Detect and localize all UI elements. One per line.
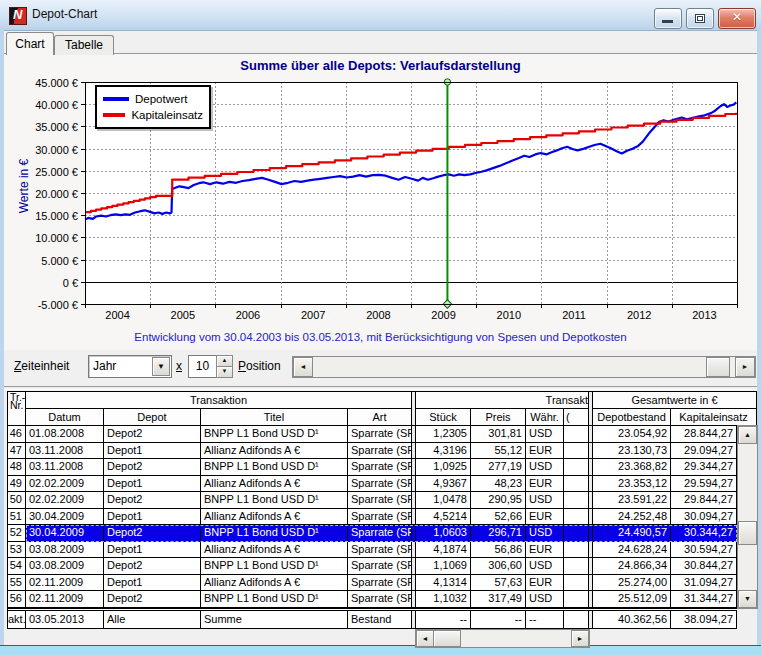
position-scrollbar-thumb[interactable] bbox=[706, 357, 730, 377]
scroll-right-icon[interactable]: ► bbox=[735, 357, 755, 377]
x-tick-label: 2008 bbox=[366, 309, 390, 321]
summary-row[interactable]: akt.03.05.2013AlleSummeBestand------40.3… bbox=[8, 608, 737, 629]
cell-art: Sparrate (SP) bbox=[348, 459, 412, 476]
scroll-up-icon[interactable]: ▲ bbox=[738, 426, 757, 444]
table-row[interactable]: 5502.11.2009Depot1Allianz Adifonds A €Sp… bbox=[8, 575, 737, 592]
cell-depot: Depot1 bbox=[104, 443, 201, 460]
minimize-icon bbox=[662, 20, 673, 23]
cell-depot: Depot1 bbox=[104, 476, 201, 493]
cell-extra bbox=[564, 575, 589, 592]
cell-nr: 52 bbox=[8, 525, 26, 542]
table-row[interactable]: 5602.11.2009Depot2BNPP L1 Bond USD D¹Spa… bbox=[8, 591, 737, 608]
position-scrollbar[interactable]: ◄ ► bbox=[292, 356, 756, 378]
table-row[interactable]: 5303.08.2009Depot1Allianz Adifonds A €Sp… bbox=[8, 542, 737, 559]
title-bar[interactable]: N Depot-Chart ✕ bbox=[0, 0, 761, 31]
cell-waehr: EUR bbox=[526, 476, 564, 493]
multiplier-input[interactable]: 10 bbox=[188, 355, 217, 378]
cell-art: Sparrate (SP) bbox=[348, 525, 412, 542]
cell-depot: Depot2 bbox=[104, 558, 201, 575]
table-row[interactable]: 5403.08.2009Depot2BNPP L1 Bond USD D¹Spa… bbox=[8, 558, 737, 575]
cell-preis: 56,86 bbox=[471, 542, 526, 559]
legend-label: Depotwert bbox=[135, 93, 187, 105]
table-row[interactable]: 5230.04.2009Depot2BNPP L1 Bond USD D¹Spa… bbox=[8, 525, 737, 542]
cell-kapitaleinsatz: 31.344,27 bbox=[671, 591, 737, 608]
cell-titel: Allianz Adifonds A € bbox=[201, 542, 348, 559]
cell-datum: 30.04.2009 bbox=[26, 509, 104, 526]
table-vertical-scrollbar[interactable]: ▲ ▼ bbox=[737, 425, 758, 609]
column-header-art: Art bbox=[348, 409, 412, 426]
table-body: 4601.08.2008Depot2BNPP L1 Bond USD D¹Spa… bbox=[7, 426, 737, 629]
cell-waehr: USD bbox=[526, 459, 564, 476]
minimize-button[interactable] bbox=[654, 8, 682, 29]
close-button[interactable]: ✕ bbox=[718, 8, 756, 29]
chart-panel: Summe über alle Depots: Verlaufsdarstell… bbox=[4, 54, 757, 350]
cell-nr: 50 bbox=[8, 492, 26, 509]
scroll-down-icon[interactable]: ▼ bbox=[738, 590, 757, 608]
y-tick-label: 30.000 € bbox=[35, 144, 78, 156]
cell-waehr: EUR bbox=[526, 443, 564, 460]
table-row[interactable]: 4902.02.2009Depot1Allianz Adifonds A €Sp… bbox=[8, 476, 737, 493]
cell-stueck: 1,2305 bbox=[416, 426, 471, 443]
zeiteinheit-label: Zeiteinheit bbox=[14, 359, 69, 373]
cell-kapitaleinsatz: 28.844,27 bbox=[671, 426, 737, 443]
y-tick-label: 0 € bbox=[63, 277, 78, 289]
scroll-left-icon[interactable]: ◄ bbox=[416, 630, 434, 647]
cell-depotbestand: 23.368,82 bbox=[593, 459, 671, 476]
spinner-down-icon[interactable]: ▼ bbox=[216, 366, 233, 378]
cell-depotbestand: 24.490,57 bbox=[593, 525, 671, 542]
cell-titel: BNPP L1 Bond USD D¹ bbox=[201, 525, 348, 542]
x-tick-label: 2010 bbox=[497, 309, 521, 321]
column-header-depotbestand: Depotbestand bbox=[593, 409, 671, 426]
table-row[interactable]: 4803.11.2008Depot2BNPP L1 Bond USD D¹Spa… bbox=[8, 459, 737, 476]
zeiteinheit-select[interactable]: Jahr ▼ bbox=[88, 355, 172, 378]
cell-waehr: USD bbox=[526, 525, 564, 542]
cell-extra bbox=[564, 611, 589, 629]
v-scrollbar-thumb[interactable] bbox=[738, 521, 757, 545]
restore-button[interactable] bbox=[686, 8, 714, 29]
cell-datum: 03.05.2013 bbox=[26, 611, 104, 629]
cell-datum: 02.02.2009 bbox=[26, 476, 104, 493]
h-scrollbar-thumb[interactable] bbox=[433, 630, 461, 647]
cell-stueck: 4,3196 bbox=[416, 443, 471, 460]
cell-preis: 290,95 bbox=[471, 492, 526, 509]
cell-preis: 48,23 bbox=[471, 476, 526, 493]
table-row[interactable]: 4601.08.2008Depot2BNPP L1 Bond USD D¹Spa… bbox=[8, 426, 737, 443]
cell-kapitaleinsatz: 30.344,27 bbox=[671, 525, 737, 542]
cell-waehr: USD bbox=[526, 558, 564, 575]
column-header-kapitaleinsatz: Kapitaleinsatz bbox=[671, 409, 757, 426]
tab-tabelle[interactable]: Tabelle bbox=[54, 35, 114, 55]
cell-nr: akt. bbox=[8, 611, 26, 629]
cell-art: Sparrate (SP) bbox=[348, 542, 412, 559]
cell-preis: 296,71 bbox=[471, 525, 526, 542]
cell-kapitaleinsatz: 29.344,27 bbox=[671, 459, 737, 476]
table-row[interactable]: 5002.02.2009Depot2BNPP L1 Bond USD D¹Spa… bbox=[8, 492, 737, 509]
scroll-left-icon[interactable]: ◄ bbox=[293, 357, 313, 377]
cell-datum: 03.11.2008 bbox=[26, 459, 104, 476]
cell-art: Sparrate (SP) bbox=[348, 492, 412, 509]
scroll-right-icon[interactable]: ► bbox=[571, 630, 589, 647]
cell-extra bbox=[564, 443, 589, 460]
chevron-down-icon[interactable]: ▼ bbox=[152, 357, 170, 376]
cell-depotbestand: 23.591,22 bbox=[593, 492, 671, 509]
table-horizontal-scrollbar[interactable]: ◄ ► bbox=[415, 629, 590, 648]
cell-depotbestand: 24.866,34 bbox=[593, 558, 671, 575]
cell-preis: 301,81 bbox=[471, 426, 526, 443]
tab-chart[interactable]: Chart bbox=[6, 32, 54, 55]
x-tick-label: 2011 bbox=[562, 309, 586, 321]
column-header-depot: Depot bbox=[104, 409, 201, 426]
cell-depot: Depot2 bbox=[104, 426, 201, 443]
cell-art: Sparrate (SP) bbox=[348, 443, 412, 460]
header-tr-nr: Tr.-Nr. bbox=[8, 392, 26, 426]
cell-nr: 56 bbox=[8, 591, 26, 608]
cell-preis: 57,63 bbox=[471, 575, 526, 592]
cell-waehr: EUR bbox=[526, 575, 564, 592]
cell-art: Sparrate (SP) bbox=[348, 575, 412, 592]
cell-datum: 03.11.2008 bbox=[26, 443, 104, 460]
table-row[interactable]: 4703.11.2008Depot1Allianz Adifonds A €Sp… bbox=[8, 443, 737, 460]
cell-extra bbox=[564, 542, 589, 559]
cell-titel: BNPP L1 Bond USD D¹ bbox=[201, 459, 348, 476]
cell-titel: BNPP L1 Bond USD D¹ bbox=[201, 426, 348, 443]
cell-art: Sparrate (SP) bbox=[348, 591, 412, 608]
cell-extra bbox=[564, 525, 589, 542]
table-row[interactable]: 5130.04.2009Depot1Allianz Adifonds A €Sp… bbox=[8, 509, 737, 526]
